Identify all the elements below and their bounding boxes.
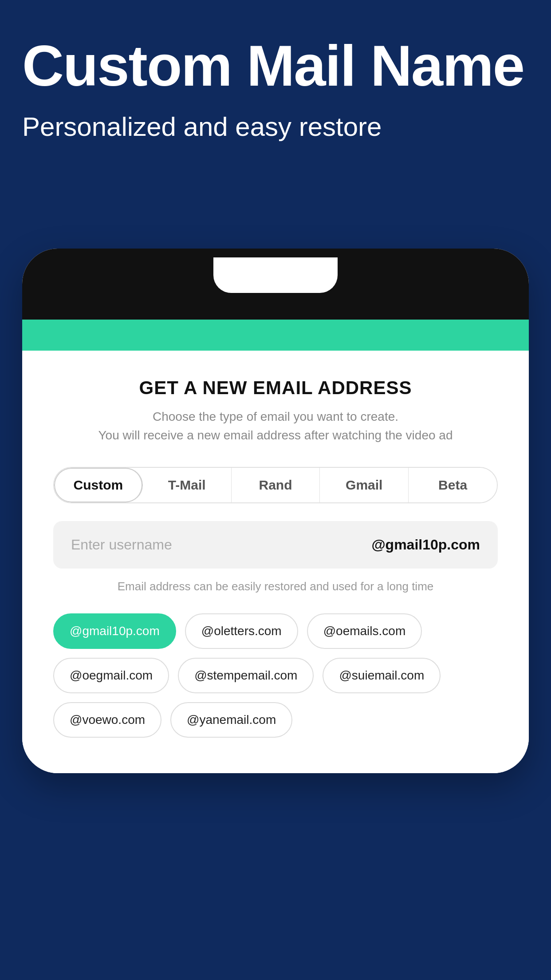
phone-mockup: GET A NEW EMAIL ADDRESS Choose the type …	[22, 249, 529, 773]
email-desc-line1: Choose the type of email you want to cre…	[153, 410, 398, 423]
domain-pill-oletters[interactable]: @oletters.com	[185, 613, 298, 649]
phone-notch	[213, 257, 338, 293]
tab-custom[interactable]: Custom	[54, 468, 143, 502]
domain-pill-oemails[interactable]: @oemails.com	[307, 613, 422, 649]
tab-beta[interactable]: Beta	[409, 468, 497, 502]
email-section-title: GET A NEW EMAIL ADDRESS	[53, 377, 498, 399]
username-input-container[interactable]: Enter username @gmail10p.com	[53, 521, 498, 569]
input-hint: Email address can be easily restored and…	[53, 580, 498, 593]
domain-pill-suiemail[interactable]: @suiemail.com	[323, 658, 441, 693]
header-section: Custom Mail Name Personalized and easy r…	[0, 0, 551, 171]
subtitle: Personalized and easy restore	[22, 110, 529, 144]
phone-content: GET A NEW EMAIL ADDRESS Choose the type …	[22, 351, 529, 773]
phone-top-bar	[22, 249, 529, 320]
tabs-container: Custom T-Mail Rand Gmail Beta	[53, 467, 498, 503]
domain-pill-voewo[interactable]: @voewo.com	[53, 702, 161, 738]
email-description: Choose the type of email you want to cre…	[53, 407, 498, 445]
email-desc-line2: You will receive a new email address aft…	[98, 428, 453, 442]
username-placeholder: Enter username	[71, 537, 371, 553]
tab-gmail[interactable]: Gmail	[320, 468, 409, 502]
domain-pill-stempemail[interactable]: @stempemail.com	[178, 658, 314, 693]
email-header: GET A NEW EMAIL ADDRESS Choose the type …	[53, 377, 498, 445]
username-domain: @gmail10p.com	[371, 537, 480, 553]
domain-pills-container: @gmail10p.com @oletters.com @oemails.com…	[53, 613, 498, 738]
tab-tmail[interactable]: T-Mail	[143, 468, 232, 502]
domain-pill-oegmail[interactable]: @oegmail.com	[53, 658, 169, 693]
domain-pill-gmail10p[interactable]: @gmail10p.com	[53, 613, 176, 649]
main-title: Custom Mail Name	[22, 36, 529, 96]
domain-pill-yanemail[interactable]: @yanemail.com	[170, 702, 292, 738]
teal-accent-bar	[22, 320, 529, 351]
tab-rand[interactable]: Rand	[232, 468, 320, 502]
